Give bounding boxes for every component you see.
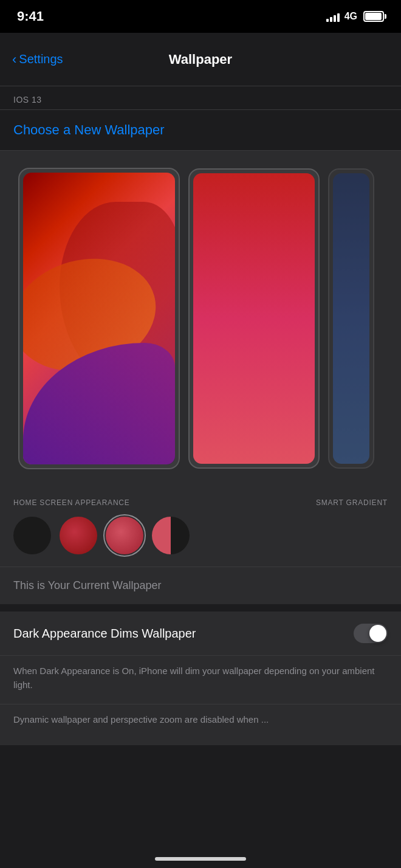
status-bar: 9:41 4G: [0, 0, 401, 33]
color-red-medium[interactable]: [106, 517, 143, 554]
status-time: 9:41: [17, 9, 44, 24]
lock-screen-frame[interactable]: [188, 168, 320, 469]
current-wallpaper-section: This is Your Current Wallpaper: [0, 567, 401, 604]
dark-appearance-label: Dark Appearance Dims Wallpaper: [13, 627, 196, 641]
home-indicator: [155, 857, 246, 861]
color-black[interactable]: [13, 517, 51, 554]
dark-appearance-description: When Dark Appearance is On, iPhone will …: [0, 656, 401, 704]
section-label: IOS 13: [0, 86, 401, 110]
chevron-left-icon: ‹: [12, 52, 16, 67]
current-wallpaper-text: This is Your Current Wallpaper: [13, 579, 161, 591]
wallpaper-preview-section: [0, 151, 401, 486]
nav-bar: ‹ Settings Wallpaper: [0, 33, 401, 86]
status-icons: 4G: [326, 11, 384, 22]
back-button[interactable]: ‹ Settings: [12, 52, 63, 67]
battery-icon: [363, 11, 384, 22]
page-title: Wallpaper: [169, 52, 232, 67]
bottom-note: Dynamic wallpaper and perspective zoom a…: [0, 704, 401, 745]
dark-appearance-row: Dark Appearance Dims Wallpaper: [0, 611, 401, 656]
home-screen-frame[interactable]: [18, 168, 180, 469]
appearance-section: HOME SCREEN APPEARANCE SMART GRADIENT: [0, 486, 401, 567]
color-half[interactable]: [152, 517, 190, 554]
lock-screen-wallpaper: [193, 173, 315, 464]
appearance-header: HOME SCREEN APPEARANCE SMART GRADIENT: [13, 498, 388, 507]
toggle-knob: [369, 625, 386, 642]
home-screen-wallpaper: [23, 173, 175, 464]
third-wallpaper: [333, 173, 369, 464]
choose-wallpaper-row[interactable]: Choose a New Wallpaper: [0, 110, 401, 151]
choose-wallpaper-link[interactable]: Choose a New Wallpaper: [13, 122, 165, 137]
appearance-title: HOME SCREEN APPEARANCE: [13, 498, 130, 507]
third-wallpaper-frame[interactable]: [328, 168, 374, 469]
back-label: Settings: [19, 52, 63, 66]
bottom-note-text: Dynamic wallpaper and perspective zoom a…: [13, 714, 269, 725]
dark-appearance-section: Dark Appearance Dims Wallpaper When Dark…: [0, 611, 401, 745]
dark-appearance-toggle[interactable]: [354, 624, 388, 643]
color-red-dark[interactable]: [60, 517, 97, 554]
wallpaper-preview-container: [18, 168, 383, 469]
smart-gradient-label: SMART GRADIENT: [316, 498, 388, 507]
dark-appearance-desc-text: When Dark Appearance is On, iPhone will …: [13, 666, 375, 690]
signal-icon: [326, 11, 340, 22]
color-options: [13, 517, 388, 554]
network-label: 4G: [344, 11, 357, 22]
